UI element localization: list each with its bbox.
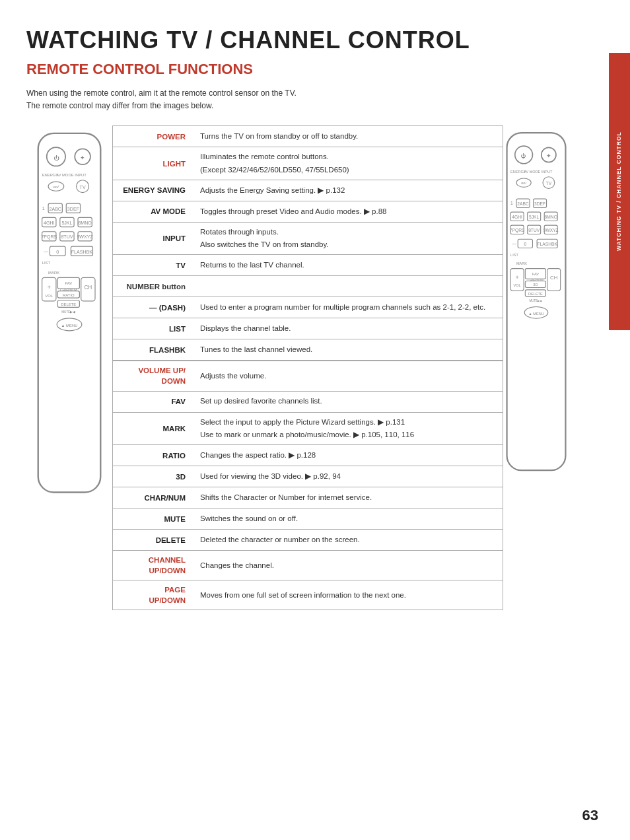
- side-tab: WATCHING TV / CHANNEL CONTROL: [609, 53, 630, 330]
- svg-text:LIST: LIST: [42, 262, 51, 265]
- function-row: ENERGY SAVINGAdjusts the Energy Saving s…: [113, 180, 503, 201]
- function-row: TVReturns to the last TV channel.: [113, 254, 503, 275]
- function-desc: Changes the channel.: [192, 551, 503, 580]
- function-desc: Returns to the last TV channel.: [192, 255, 503, 275]
- function-desc: Toggles through preset Video and Audio m…: [192, 201, 503, 222]
- svg-text:CH: CH: [550, 275, 557, 281]
- function-key: POWER: [113, 126, 192, 147]
- function-key: LIGHT: [113, 147, 192, 180]
- page-title: WATCHING TV / CHANNEL CONTROL: [26, 26, 569, 54]
- function-desc: Set up desired favorite channels list.: [192, 392, 503, 412]
- svg-text:8TUV: 8TUV: [528, 228, 540, 232]
- function-key: NUMBER button: [113, 276, 192, 297]
- svg-text:MUTE▶◀: MUTE▶◀: [530, 299, 543, 302]
- function-row: CHAR/NUMShifts the Character or Number f…: [113, 487, 503, 508]
- svg-text:⏻: ⏻: [521, 153, 526, 159]
- function-row: PAGE UP/DOWNMoves from one full set of s…: [113, 580, 503, 610]
- svg-text:4GHI: 4GHI: [512, 215, 522, 219]
- function-row: LISTDisplays the channel table.: [113, 318, 503, 339]
- main-content: WATCHING TV / CHANNEL CONTROL REMOTE CON…: [0, 0, 609, 643]
- function-table: POWERTurns the TV on from standby or off…: [112, 125, 503, 610]
- svg-text:✦: ✦: [546, 153, 551, 159]
- svg-text:VOL: VOL: [45, 294, 53, 298]
- section-title: REMOTE CONTROL FUNCTIONS: [26, 61, 569, 78]
- svg-text:✦: ✦: [80, 154, 85, 161]
- svg-text:8TUV: 8TUV: [61, 235, 73, 240]
- function-desc: Turns the TV on from standby or off to s…: [192, 126, 503, 147]
- function-row: FAVSet up desired favorite channels list…: [113, 391, 503, 412]
- function-key: CHAR/NUM: [113, 487, 192, 508]
- function-desc: Rotates through inputs.Also switches the…: [192, 223, 503, 255]
- svg-text:7PQRS: 7PQRS: [510, 228, 525, 233]
- svg-text:eo/: eo/: [521, 181, 526, 185]
- intro-line-1: When using the remote control, aim it at…: [26, 87, 569, 100]
- svg-text:+: +: [516, 275, 519, 281]
- svg-text:CH: CH: [84, 285, 92, 291]
- svg-text:3DEF: 3DEF: [67, 207, 80, 212]
- page-number: 63: [582, 807, 598, 824]
- svg-text:5JKL: 5JKL: [61, 221, 72, 226]
- intro-text: When using the remote control, aim it at…: [26, 87, 569, 112]
- svg-text:RATIO: RATIO: [63, 293, 75, 297]
- page-container: WATCHING TV / CHANNEL CONTROL REMOTE CON…: [0, 0, 630, 840]
- svg-text:9WXYZ: 9WXYZ: [543, 228, 559, 232]
- function-desc: Moves from one full set of screen inform…: [192, 580, 503, 610]
- remote-left: ⏻ ✦ ENERGY AV MODE INPUT eo/ TV 1 2ABC: [26, 125, 112, 503]
- function-desc: Displays the channel table.: [192, 318, 503, 339]
- function-row: RATIOChanges the aspect ratio. ▶ p.128: [113, 444, 503, 466]
- svg-text:INPUT: INPUT: [542, 170, 553, 174]
- svg-text:▲ MENU: ▲ MENU: [61, 324, 78, 328]
- function-key: RATIO: [113, 445, 192, 466]
- svg-text:0: 0: [56, 250, 59, 255]
- svg-text:2ABC: 2ABC: [517, 201, 529, 206]
- function-key: — (DASH): [113, 297, 192, 318]
- svg-text:TV: TV: [546, 181, 552, 186]
- function-key: INPUT: [113, 223, 192, 255]
- diagram-area: ⏻ ✦ ENERGY AV MODE INPUT eo/ TV 1 2ABC: [26, 125, 569, 610]
- function-key: LIST: [113, 318, 192, 339]
- svg-text:4GHI: 4GHI: [44, 221, 55, 226]
- svg-text:▲ MENU: ▲ MENU: [528, 312, 543, 316]
- function-row: VOLUME UP/ DOWNAdjusts the volume.: [113, 360, 503, 390]
- function-desc: Used to enter a program number for multi…: [192, 297, 503, 318]
- svg-text:+: +: [48, 284, 52, 291]
- function-key: TV: [113, 255, 192, 275]
- function-row: — (DASH)Used to enter a program number f…: [113, 297, 503, 318]
- svg-text:0: 0: [524, 242, 526, 247]
- svg-text:FAV: FAV: [532, 272, 539, 276]
- function-desc: Shifts the Character or Number for inter…: [192, 487, 503, 508]
- svg-text:FLASHBK: FLASHBK: [537, 242, 557, 247]
- svg-text:2ABC: 2ABC: [49, 207, 61, 212]
- function-desc: Deleted the character or number on the s…: [192, 530, 503, 550]
- svg-text:MUTE▶◀: MUTE▶◀: [61, 310, 75, 314]
- svg-text:AV MODE: AV MODE: [56, 173, 74, 177]
- svg-text:3D: 3D: [533, 283, 538, 287]
- svg-text:6MNO: 6MNO: [545, 215, 557, 219]
- svg-text:DELETE: DELETE: [528, 292, 543, 296]
- svg-text:MARK: MARK: [48, 271, 59, 275]
- function-row: 3DUsed for viewing the 3D video. ▶ p.92,…: [113, 466, 503, 487]
- svg-text:AV MODE: AV MODE: [524, 170, 540, 174]
- function-desc: Select the input to apply the Picture Wi…: [192, 413, 503, 445]
- function-key: PAGE UP/DOWN: [113, 580, 192, 610]
- svg-text:eo/: eo/: [53, 185, 59, 189]
- svg-text:3DEF: 3DEF: [534, 201, 545, 206]
- function-desc: Adjusts the Energy Saving setting. ▶ p.1…: [192, 180, 503, 201]
- function-desc: Changes the aspect ratio. ▶ p.128: [192, 445, 503, 466]
- svg-text:6MNO: 6MNO: [78, 221, 92, 226]
- svg-text:INPUT: INPUT: [75, 173, 87, 177]
- function-desc: Used for viewing the 3D video. ▶ p.92, 9…: [192, 466, 503, 487]
- function-row: LIGHTIlluminates the remote control butt…: [113, 147, 503, 180]
- svg-text:5JKL: 5JKL: [529, 215, 539, 219]
- svg-text:FAV: FAV: [65, 281, 72, 285]
- remote-left-svg: ⏻ ✦ ENERGY AV MODE INPUT eo/ TV 1 2ABC: [26, 125, 112, 500]
- svg-text:VOL: VOL: [514, 284, 521, 288]
- function-row: POWERTurns the TV on from standby or off…: [113, 125, 503, 147]
- function-desc: Tunes to the last channel viewed.: [192, 339, 503, 360]
- function-key: DELETE: [113, 530, 192, 550]
- function-key: FLASHBK: [113, 339, 192, 360]
- function-row: INPUTRotates through inputs.Also switche…: [113, 222, 503, 255]
- function-key: 3D: [113, 466, 192, 487]
- intro-line-2: The remote control may differ from the i…: [26, 100, 569, 112]
- function-row: DELETEDeleted the character or number on…: [113, 529, 503, 550]
